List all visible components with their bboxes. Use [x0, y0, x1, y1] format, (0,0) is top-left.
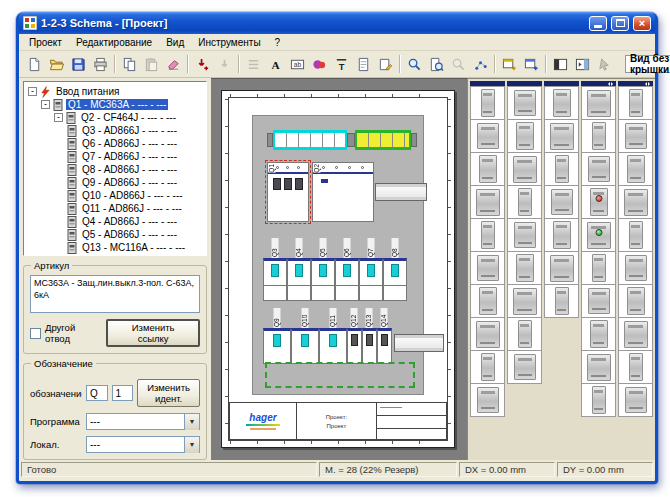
other-tap-checkbox[interactable]	[30, 328, 41, 339]
product-thumbnail[interactable]	[507, 185, 542, 219]
change-ident-button[interactable]: Изменить идент.	[137, 379, 200, 407]
product-thumbnail[interactable]	[618, 383, 653, 417]
tree-item-q14[interactable]: Q14 - MC116A - --- - ---	[26, 254, 206, 256]
product-thumbnail[interactable]	[618, 152, 653, 186]
view-mode-dropdown[interactable]: Вид без крышки ▼	[625, 55, 670, 73]
product-thumbnail[interactable]	[581, 119, 616, 153]
product-thumbnail[interactable]	[507, 284, 542, 318]
maximize-button[interactable]	[611, 16, 629, 31]
drawing-canvas[interactable]: Q1 Q2	[211, 78, 467, 460]
menu-item-1[interactable]: Проект	[22, 36, 69, 49]
product-thumbnail[interactable]	[544, 86, 579, 120]
local-dropdown[interactable]: --- ▼	[86, 436, 200, 453]
new-file-button[interactable]	[23, 53, 45, 75]
menu-item-2[interactable]: Редактирование	[69, 36, 159, 49]
product-thumbnail[interactable]	[544, 251, 579, 285]
menu-item-3[interactable]: Вид	[159, 36, 191, 49]
toggle-left-panel-button[interactable]	[549, 53, 571, 75]
remove-feed-button[interactable]	[213, 53, 235, 75]
add-feed-button[interactable]	[191, 53, 213, 75]
tree-item-q6[interactable]: Q6 - AD866J - --- - ---	[26, 137, 206, 150]
menu-item-5[interactable]: ?	[268, 36, 288, 49]
program-dropdown[interactable]: --- ▼	[86, 413, 200, 430]
title-bar[interactable]: 1-2-3 Schema - [Проект] ×	[19, 12, 655, 34]
snap-button[interactable]	[469, 53, 491, 75]
copy-button[interactable]	[118, 53, 140, 75]
breaker-q10[interactable]: Q10	[291, 308, 319, 364]
product-thumbnail[interactable]	[507, 152, 542, 186]
tree-item-q1[interactable]: -Q1 - MC363A - --- - ---	[26, 98, 206, 111]
symbol-button[interactable]	[308, 53, 330, 75]
zoom-page-button[interactable]	[425, 53, 447, 75]
product-thumbnail[interactable]	[470, 284, 505, 318]
breaker-q6[interactable]: Q6	[335, 238, 359, 301]
product-thumbnail[interactable]	[581, 152, 616, 186]
product-thumbnail[interactable]	[618, 350, 653, 384]
terminal-blocks[interactable]	[267, 130, 417, 150]
product-thumbnail[interactable]	[507, 317, 542, 351]
zoom-out-button[interactable]	[447, 53, 469, 75]
breaker-q9[interactable]: Q9	[263, 308, 291, 364]
chevron-down-icon[interactable]: ▼	[184, 437, 199, 453]
product-thumbnail[interactable]	[618, 317, 653, 351]
breaker-q11[interactable]: Q11	[319, 308, 347, 364]
product-thumbnail[interactable]	[507, 218, 542, 252]
product-thumbnail[interactable]	[507, 251, 542, 285]
tree-item-q11[interactable]: Q11 - AD866J - --- - ---	[26, 202, 206, 215]
product-thumbnail[interactable]	[581, 383, 616, 417]
tree-item-q7[interactable]: Q7 - AD866J - --- - ---	[26, 150, 206, 163]
minimize-button[interactable]	[589, 16, 607, 31]
sheet-edit-button[interactable]	[374, 53, 396, 75]
product-thumbnail[interactable]	[470, 251, 505, 285]
tree-root-power-feed[interactable]: -Ввод питания	[26, 85, 206, 98]
product-thumbnail[interactable]	[470, 350, 505, 384]
breaker-q2[interactable]: Q2	[312, 162, 374, 222]
product-thumbnail[interactable]	[507, 119, 542, 153]
product-thumbnail[interactable]	[581, 86, 616, 120]
text-height-button[interactable]: T	[330, 53, 352, 75]
tree-expander[interactable]: -	[41, 100, 50, 109]
product-thumbnail[interactable]	[544, 185, 579, 219]
zoom-in-button[interactable]	[403, 53, 425, 75]
article-description[interactable]: МС363А - Защ.лин.выкл.3-пол. С-63А, 6кА	[30, 275, 200, 313]
product-thumbnail[interactable]	[470, 152, 505, 186]
product-thumbnail[interactable]	[544, 218, 579, 252]
product-thumbnail[interactable]	[470, 185, 505, 219]
designation-number-field[interactable]: 1	[112, 385, 134, 401]
breaker-q14[interactable]: Q14	[377, 308, 392, 364]
pe-terminal-block[interactable]	[355, 130, 411, 150]
product-thumbnail[interactable]	[618, 86, 653, 120]
product-thumbnail[interactable]	[618, 119, 653, 153]
chevron-down-icon[interactable]: ▼	[184, 414, 199, 430]
product-thumbnail[interactable]	[618, 218, 653, 252]
product-thumbnail[interactable]	[544, 284, 579, 318]
tree-item-q10[interactable]: Q10 - AD866J - --- - ---	[26, 189, 206, 202]
label-button[interactable]: ab	[286, 53, 308, 75]
product-thumbnail[interactable]	[618, 251, 653, 285]
toggle-right-panel-button[interactable]	[571, 53, 593, 75]
product-thumbnail[interactable]	[544, 152, 579, 186]
tree-expander[interactable]: -	[54, 113, 63, 122]
save-button[interactable]	[67, 53, 89, 75]
product-thumbnail[interactable]	[581, 251, 616, 285]
menu-item-4[interactable]: Инструменты	[191, 36, 267, 49]
tree-item-q8[interactable]: Q8 - AD866J - --- - ---	[26, 163, 206, 176]
close-button[interactable]: ×	[633, 16, 651, 31]
breaker-q13[interactable]: Q13	[362, 308, 377, 364]
product-thumbnail[interactable]	[507, 350, 542, 384]
product-thumbnail[interactable]	[581, 350, 616, 384]
breaker-q8[interactable]: Q8	[383, 238, 407, 301]
product-thumbnail[interactable]	[581, 284, 616, 318]
product-thumbnail[interactable]	[581, 317, 616, 351]
sheet-button[interactable]	[352, 53, 374, 75]
tree-item-q4[interactable]: Q4 - AD866J - --- - ---	[26, 215, 206, 228]
eraser-button[interactable]	[162, 53, 184, 75]
product-thumbnail[interactable]	[470, 317, 505, 351]
tree-item-q13[interactable]: Q13 - MC116A - --- - ---	[26, 241, 206, 254]
paste-button[interactable]	[140, 53, 162, 75]
designation-prefix-field[interactable]: Q	[86, 385, 108, 401]
neutral-terminal-block[interactable]	[273, 130, 347, 150]
breaker-q12[interactable]: Q12	[347, 308, 362, 364]
add-cabinet-button[interactable]	[498, 53, 520, 75]
product-thumbnail[interactable]	[581, 185, 616, 219]
